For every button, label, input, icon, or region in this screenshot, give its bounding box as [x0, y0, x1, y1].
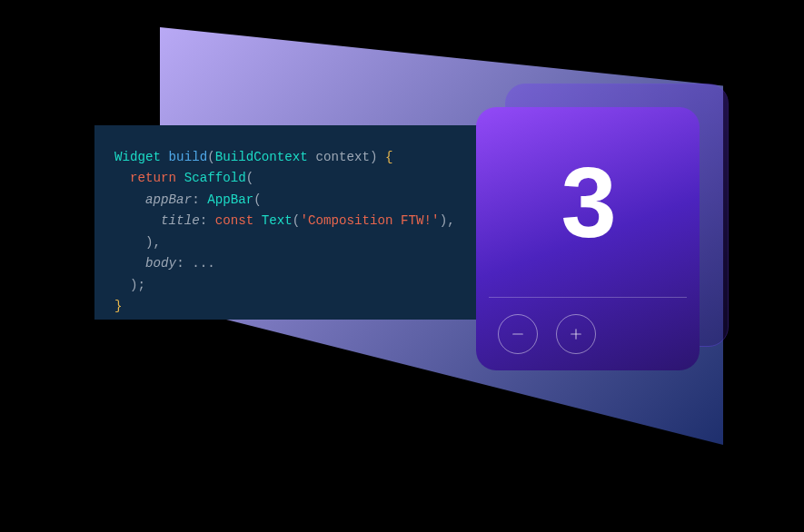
counter-display: 3: [476, 107, 700, 297]
token-return-kw: return: [130, 171, 176, 185]
counter-app-card: 3: [476, 107, 700, 370]
token-func-name: build: [169, 150, 208, 164]
token-text-cls: Text: [262, 213, 293, 228]
token-return-type: Widget: [114, 150, 161, 164]
token-param-type: BuildContext: [215, 150, 308, 164]
plus-icon: [568, 326, 584, 342]
token-appbar-prop: appBar: [145, 192, 192, 207]
token-title-prop: title: [161, 213, 200, 228]
token-const-kw: const: [215, 213, 254, 228]
token-appbar-cls: AppBar: [207, 192, 253, 207]
token-string-literal: 'Composition FTW!': [300, 213, 439, 228]
token-close-scaffold: );: [130, 278, 145, 292]
token-param-name: context: [315, 150, 370, 164]
minus-icon: [510, 326, 526, 342]
code-editor-panel: Widget build(BuildContext context) { ret…: [94, 125, 511, 320]
counter-controls: [476, 298, 700, 370]
token-scaffold: Scaffold: [184, 171, 246, 185]
token-close-brace: }: [114, 299, 123, 313]
token-ellipsis: ...: [192, 256, 215, 271]
counter-value: 3: [561, 144, 614, 260]
token-body-prop: body: [145, 256, 176, 271]
decrement-button[interactable]: [498, 314, 538, 354]
increment-button[interactable]: [556, 314, 596, 354]
token-close-appbar: ),: [145, 235, 161, 250]
